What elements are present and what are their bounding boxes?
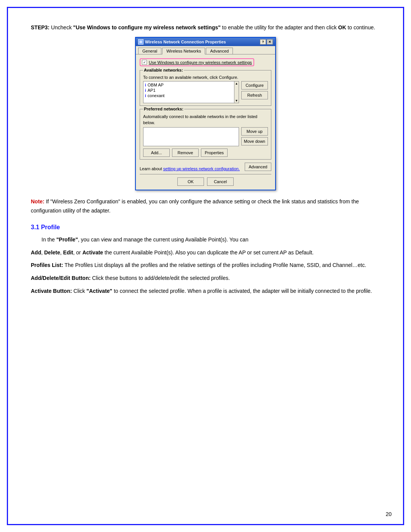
profile-para1-indent: In the xyxy=(41,236,56,243)
network-item-conexant[interactable]: i conexant xyxy=(144,93,233,98)
preferred-row: Move up Move down xyxy=(143,127,268,146)
use-windows-row: ✓ Use Windows to configure my wireless n… xyxy=(140,58,254,66)
learn-link-text: Learn about setting up wireless network … xyxy=(140,166,245,171)
network-item-ap1[interactable]: i AP1 xyxy=(144,88,233,93)
profile-para1: In the "Profile", you can view and manag… xyxy=(31,235,380,244)
network-icon-conexant: i xyxy=(145,94,146,98)
step3-text2: to enable the utility for the adapter an… xyxy=(222,24,338,30)
add-bold: Add xyxy=(31,249,41,256)
section-31-heading: 3.1 Profile xyxy=(31,224,380,231)
network-icon-obmap: i xyxy=(145,83,146,87)
available-networks-section: Available networks: To connect to an ava… xyxy=(140,70,271,106)
preferred-networks-desc: Automatically connect to available netwo… xyxy=(143,114,268,126)
network-name-conexant: conexant xyxy=(148,93,165,98)
dialog-ok-cancel: OK Cancel xyxy=(140,174,271,186)
tab-general[interactable]: General xyxy=(138,48,161,54)
network-name-ap1: AP1 xyxy=(148,88,156,93)
profile-para2: Add, Delete, Edit, or Activate the curre… xyxy=(31,248,380,257)
tab-advanced[interactable]: Advanced xyxy=(206,48,233,54)
activate-rest: to connect the selected profile. When a … xyxy=(112,288,372,294)
preferred-buttons: Move up Move down xyxy=(241,127,268,145)
dialog-container: ⊞ Wireless Network Connection Properties… xyxy=(31,37,380,190)
configure-button[interactable]: Configure xyxy=(241,81,268,89)
learn-text: Learn about xyxy=(140,166,163,171)
preferred-networks-legend: Preferred networks: xyxy=(143,107,184,111)
step3-paragraph: STEP3: Uncheck "Use Windows to configure… xyxy=(31,23,380,32)
advanced-button[interactable]: Advanced xyxy=(245,163,271,171)
dialog-titlebar: ⊞ Wireless Network Connection Properties… xyxy=(136,38,275,46)
step3-text3: to continue. xyxy=(347,24,375,30)
titlebar-left: ⊞ Wireless Network Connection Properties xyxy=(138,39,226,45)
move-down-button[interactable]: Move down xyxy=(241,137,268,145)
available-networks-list[interactable]: i OBM AP i AP1 i conexan xyxy=(143,81,239,103)
network-name-obmap: OBM AP xyxy=(148,83,164,87)
page-border: STEP3: Uncheck "Use Windows to configure… xyxy=(7,7,404,525)
step3-ok: OK xyxy=(338,24,346,30)
add-delete-para: Add/Delete/Edit Button: Click these butt… xyxy=(31,274,380,283)
activate-label: Activate Button: xyxy=(31,288,72,294)
dialog-title: Wireless Network Connection Properties xyxy=(145,40,226,44)
network-item-obmap[interactable]: i OBM AP xyxy=(144,82,233,88)
available-networks-legend: Available networks: xyxy=(143,68,184,72)
note-section: Note: If "Wireless Zero Configuration" i… xyxy=(31,197,380,216)
scroll-up-arrow[interactable]: ▲ xyxy=(235,82,238,85)
learn-link-anchor[interactable]: setting up wireless network configuratio… xyxy=(163,166,240,171)
profiles-list-text: The Profiles List displays all the profi… xyxy=(63,262,366,268)
edit-bold: Edit xyxy=(63,249,73,256)
remove-button[interactable]: Remove xyxy=(172,149,199,157)
learn-row: Learn about setting up wireless network … xyxy=(140,163,271,171)
profiles-list-para: Profiles List: The Profiles List display… xyxy=(31,261,380,270)
add-delete-label: Add/Delete/Edit Button: xyxy=(31,275,91,281)
note-bold1: "Wireless Zero Configuration" xyxy=(50,198,120,204)
profile-bold: "Profile" xyxy=(56,236,78,243)
activate-text: Click xyxy=(72,288,86,294)
network-icon-ap1: i xyxy=(145,88,146,93)
dialog-help-button[interactable]: ? xyxy=(260,39,266,45)
dialog-ok-button[interactable]: OK xyxy=(177,177,204,186)
delete-bold: Delete xyxy=(44,249,60,256)
wireless-network-dialog: ⊞ Wireless Network Connection Properties… xyxy=(135,37,276,190)
profile-para1-rest: , you can view and manage the current us… xyxy=(78,236,249,243)
available-networks-buttons: Configure Refresh xyxy=(241,81,268,99)
note-text1: If xyxy=(46,198,51,204)
preferred-networks-section: Preferred networks: Automatically connec… xyxy=(140,109,271,160)
scroll-down-arrow[interactable]: ▼ xyxy=(235,99,238,102)
dialog-controls[interactable]: ? ✕ xyxy=(260,39,273,45)
page-number: 20 xyxy=(386,511,392,517)
refresh-button[interactable]: Refresh xyxy=(241,91,268,99)
networks-scrollbar[interactable]: ▲ ▼ xyxy=(234,81,239,103)
tab-wireless-networks[interactable]: Wireless Networks xyxy=(162,48,205,54)
step3-bold: "Use Windows to configure my wireless ne… xyxy=(73,24,220,30)
add-button[interactable]: Add... xyxy=(143,149,170,157)
profiles-list-label: Profiles List: xyxy=(31,262,63,268)
step3-label: STEP3: xyxy=(31,24,49,30)
activate-bold: Activate xyxy=(82,249,103,256)
dialog-title-icon: ⊞ xyxy=(138,39,143,45)
bottom-buttons-row: Add... Remove Properties xyxy=(143,149,268,157)
profile-body: In the "Profile", you can view and manag… xyxy=(31,235,380,300)
para2-rest: the current Available Point(s). Also you… xyxy=(103,249,314,256)
move-up-button[interactable]: Move up xyxy=(241,127,268,136)
use-windows-checkbox[interactable]: ✓ xyxy=(142,60,147,65)
activate-para: Activate Button: Click "Activate" to con… xyxy=(31,287,380,296)
note-label: Note: xyxy=(31,198,45,204)
dialog-tabs: General Wireless Networks Advanced xyxy=(136,46,275,54)
activate-bold-text: "Activate" xyxy=(86,288,112,294)
dialog-body: ✓ Use Windows to configure my wireless n… xyxy=(136,54,275,190)
add-delete-text: Click these buttons to add/delete/edit t… xyxy=(91,275,230,281)
dialog-close-button[interactable]: ✕ xyxy=(267,39,273,45)
preferred-networks-list[interactable] xyxy=(143,127,239,146)
networks-row: i OBM AP i AP1 i conexan xyxy=(143,81,268,103)
step3-text1: Uncheck xyxy=(51,24,73,30)
available-networks-desc: To connect to an available network, clic… xyxy=(143,75,268,80)
use-windows-label: Use Windows to configure my wireless net… xyxy=(149,60,252,65)
dialog-cancel-button[interactable]: Cancel xyxy=(207,177,234,186)
properties-button[interactable]: Properties xyxy=(201,149,228,157)
networks-list-inner: i OBM AP i AP1 i conexan xyxy=(143,81,234,103)
